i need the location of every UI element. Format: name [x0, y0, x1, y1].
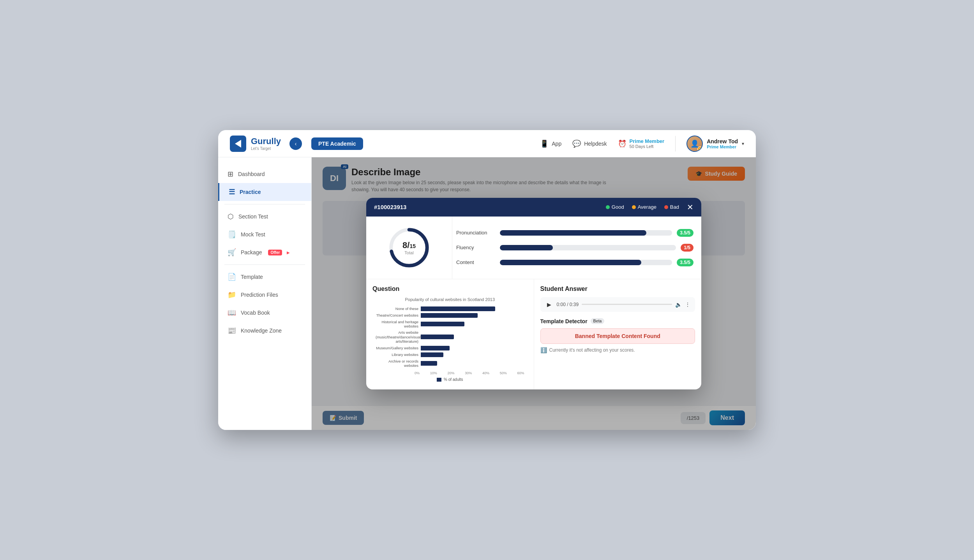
- sidebar-label-mock-test: Mock Test: [241, 231, 265, 238]
- modal-close-button[interactable]: ✕: [687, 203, 693, 211]
- knowledge-zone-icon: 📰: [228, 326, 236, 335]
- back-button[interactable]: ‹: [289, 137, 302, 150]
- sidebar-label-prediction-files: Prediction Files: [241, 292, 278, 298]
- content-row: Content 3.5/5: [456, 259, 693, 266]
- legend-average: Average: [632, 204, 656, 210]
- offer-badge: Offer: [268, 250, 282, 255]
- chart-bar-6: [421, 352, 443, 357]
- sidebar-item-dashboard[interactable]: ⊞ Dashboard: [218, 165, 311, 183]
- chart-bar-5: [421, 346, 450, 350]
- chart-label-7: Archive or records websites: [376, 359, 418, 368]
- prime-info[interactable]: ⏰ Prime Member 50 Days Left: [618, 138, 665, 149]
- qa-section: Question Popularity of cultural websites…: [366, 279, 701, 390]
- answer-panel: Student Answer ▶ 0:00 / 0:39 🔈 ⋮: [534, 279, 702, 390]
- chart-bar-wrap-2: [421, 313, 524, 318]
- chart-label-5: Museum/Gallery websites: [376, 346, 418, 350]
- sidebar-item-practice[interactable]: ☰ Practice: [218, 183, 311, 201]
- sidebar-divider-2: [224, 264, 305, 265]
- chart-label-3: Historical and heritage websites: [376, 320, 418, 329]
- content-label: Content: [456, 259, 495, 265]
- pronunciation-row: Pronunciation 3.5/5: [456, 229, 693, 237]
- score-circle-area: 8/15 Total: [374, 224, 444, 271]
- sidebar-item-prediction-files[interactable]: 📁 Prediction Files: [218, 286, 311, 304]
- mock-test-icon: 🗒️: [228, 230, 236, 239]
- circle-container: 8/15 Total: [388, 226, 431, 269]
- x-label-50: 50%: [500, 371, 507, 375]
- user-name: Andrew Tod: [707, 138, 738, 144]
- circle-text: 8/15 Total: [402, 240, 416, 255]
- audio-progress-bar[interactable]: [582, 304, 672, 305]
- template-detector-header: Template Detector Beta: [540, 318, 695, 324]
- chart-bar-wrap-7: [421, 361, 524, 366]
- chat-icon: 💬: [572, 139, 581, 148]
- sidebar-item-vocab-book[interactable]: 📖 Vocab Book: [218, 304, 311, 322]
- header: Gurully Let's Target ‹ PTE Academic 📱 Ap…: [218, 130, 756, 157]
- helpdesk-link[interactable]: 💬 Helpdesk: [572, 139, 607, 148]
- app-link[interactable]: 📱 App: [540, 139, 561, 148]
- legend-bad-label: Bad: [670, 204, 679, 210]
- chart-container: None of these Theatre/Concert websites: [372, 305, 528, 384]
- more-options-icon[interactable]: ⋮: [685, 301, 690, 308]
- bad-dot: [664, 205, 668, 209]
- modal-header-right: Good Average Bad ✕: [606, 203, 693, 211]
- average-dot: [632, 205, 636, 209]
- circle-score-section: 8/15 Total: [366, 217, 452, 279]
- not-affecting-label: Currently it's not affecting on your sco…: [549, 347, 635, 353]
- template-icon: 📄: [228, 273, 236, 281]
- not-affecting-text: ℹ️ Currently it's not affecting on your …: [540, 347, 695, 353]
- sidebar-label-vocab-book: Vocab Book: [241, 310, 270, 316]
- sidebar-item-knowledge-zone[interactable]: 📰 Knowledge Zone: [218, 322, 311, 340]
- sidebar-label-section-test: Section Test: [238, 213, 268, 220]
- prediction-files-icon: 📁: [228, 291, 236, 299]
- pte-badge[interactable]: PTE Academic: [311, 137, 363, 150]
- chart-bar-wrap-3: [421, 322, 524, 326]
- vocab-book-icon: 📖: [228, 308, 236, 317]
- prime-badge-small: ★: [697, 146, 703, 152]
- chart-legend-label: % of adults: [444, 377, 463, 382]
- sidebar-divider-1: [224, 204, 305, 204]
- play-button[interactable]: ▶: [545, 300, 554, 309]
- sidebar-item-section-test[interactable]: ⬡ Section Test: [218, 208, 311, 225]
- package-icon: 🛒: [228, 248, 236, 257]
- chart-legend-box: [437, 378, 441, 382]
- chart-row-6: Library websites: [376, 352, 524, 357]
- content-area: AI DI Describe Image Look at the given I…: [312, 157, 756, 430]
- modal-overlay: #100023913 Good Average: [312, 157, 756, 430]
- content-bar-container: [500, 260, 672, 265]
- x-label-0: 0%: [415, 371, 420, 375]
- sidebar-label-template: Template: [241, 274, 263, 280]
- chart-x-axis: 0% 10% 20% 30% 40% 50% 60%: [376, 370, 524, 375]
- audio-player: ▶ 0:00 / 0:39 🔈 ⋮: [540, 297, 695, 312]
- user-dropdown-arrow[interactable]: ▾: [742, 141, 744, 146]
- logo-area: Gurully Let's Target ‹ PTE Academic: [230, 136, 363, 152]
- app-label: App: [552, 141, 561, 147]
- mobile-icon: 📱: [540, 139, 549, 148]
- legend-good-label: Good: [612, 204, 624, 210]
- chart-bar-wrap-5: [421, 346, 524, 350]
- fluency-label: Fluency: [456, 245, 495, 250]
- content-bar: [500, 260, 641, 265]
- sidebar-label-package: Package: [241, 249, 262, 255]
- sidebar-item-mock-test[interactable]: 🗒️ Mock Test: [218, 225, 311, 243]
- content-value: 3.5/5: [677, 259, 693, 266]
- volume-icon[interactable]: 🔈: [675, 301, 682, 308]
- modal-header: #100023913 Good Average: [366, 198, 701, 217]
- practice-icon: ☰: [229, 188, 235, 196]
- beta-badge: Beta: [591, 318, 605, 324]
- pronunciation-value: 3.5/5: [677, 229, 693, 237]
- modal: #100023913 Good Average: [366, 198, 701, 390]
- info-icon: ℹ️: [540, 347, 547, 353]
- prime-details: Prime Member 50 Days Left: [630, 138, 665, 149]
- x-label-40: 40%: [482, 371, 489, 375]
- chart-row-7: Archive or records websites: [376, 359, 524, 368]
- sidebar-label-dashboard: Dashboard: [238, 171, 265, 177]
- user-area[interactable]: 👤 ★ Andrew Tod Prime Member ▾: [686, 136, 744, 152]
- sidebar-item-package[interactable]: 🛒 Package Offer ▶: [218, 243, 311, 261]
- good-dot: [606, 205, 610, 209]
- chart-title: Popularity of cultural websites in Scotl…: [372, 297, 528, 302]
- question-panel: Question Popularity of cultural websites…: [366, 279, 534, 390]
- sidebar-item-template[interactable]: 📄 Template: [218, 268, 311, 286]
- x-label-30: 30%: [465, 371, 472, 375]
- fluency-value: 1/5: [681, 244, 693, 252]
- chart-label-6: Library websites: [376, 352, 418, 357]
